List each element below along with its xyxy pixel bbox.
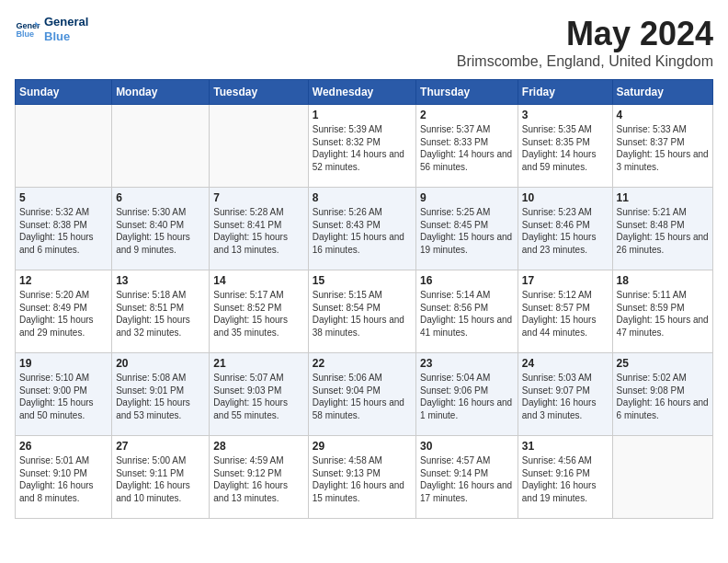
day-info: Sunrise: 5:00 AM Sunset: 9:11 PM Dayligh… — [116, 454, 205, 504]
day-number: 3 — [522, 109, 609, 121]
calendar-cell — [112, 105, 210, 188]
day-number: 17 — [522, 274, 609, 287]
col-header-thursday: Thursday — [416, 80, 518, 105]
day-info: Sunrise: 5:01 AM Sunset: 9:10 PM Dayligh… — [19, 454, 108, 504]
calendar-cell: 17Sunrise: 5:12 AM Sunset: 8:57 PM Dayli… — [518, 270, 612, 353]
day-number: 7 — [213, 191, 303, 204]
logo: General Blue General Blue — [15, 15, 88, 43]
header-row: SundayMondayTuesdayWednesdayThursdayFrid… — [16, 80, 713, 105]
logo-line1: General — [44, 15, 88, 29]
day-number: 18 — [617, 274, 709, 287]
day-number: 8 — [313, 191, 412, 204]
main-title: May 2024 — [457, 15, 713, 53]
week-row-5: 26Sunrise: 5:01 AM Sunset: 9:10 PM Dayli… — [16, 436, 713, 519]
calendar-cell: 8Sunrise: 5:26 AM Sunset: 8:43 PM Daylig… — [308, 188, 415, 270]
calendar-cell: 27Sunrise: 5:00 AM Sunset: 9:11 PM Dayli… — [112, 436, 210, 519]
col-header-sunday: Sunday — [16, 80, 112, 105]
day-info: Sunrise: 5:17 AM Sunset: 8:52 PM Dayligh… — [213, 289, 303, 339]
day-info: Sunrise: 5:39 AM Sunset: 8:32 PM Dayligh… — [313, 123, 412, 173]
calendar-cell: 19Sunrise: 5:10 AM Sunset: 9:00 PM Dayli… — [16, 353, 112, 436]
calendar-cell: 2Sunrise: 5:37 AM Sunset: 8:33 PM Daylig… — [416, 105, 518, 188]
day-number: 14 — [213, 274, 303, 287]
calendar-table: SundayMondayTuesdayWednesdayThursdayFrid… — [15, 79, 713, 519]
day-number: 9 — [420, 191, 514, 204]
calendar-cell — [16, 105, 112, 188]
calendar-cell: 21Sunrise: 5:07 AM Sunset: 9:03 PM Dayli… — [210, 353, 308, 436]
day-info: Sunrise: 5:14 AM Sunset: 8:56 PM Dayligh… — [420, 289, 514, 339]
svg-text:General: General — [16, 20, 40, 29]
day-info: Sunrise: 5:04 AM Sunset: 9:06 PM Dayligh… — [420, 372, 514, 421]
logo-icon: General Blue — [15, 17, 40, 42]
week-row-1: 1Sunrise: 5:39 AM Sunset: 8:32 PM Daylig… — [16, 105, 713, 188]
day-info: Sunrise: 5:12 AM Sunset: 8:57 PM Dayligh… — [522, 289, 609, 339]
day-number: 6 — [116, 191, 205, 204]
week-row-2: 5Sunrise: 5:32 AM Sunset: 8:38 PM Daylig… — [16, 188, 713, 270]
day-info: Sunrise: 5:08 AM Sunset: 9:01 PM Dayligh… — [116, 372, 205, 421]
calendar-cell: 26Sunrise: 5:01 AM Sunset: 9:10 PM Dayli… — [16, 436, 112, 519]
day-info: Sunrise: 5:20 AM Sunset: 8:49 PM Dayligh… — [19, 289, 108, 339]
day-number: 13 — [116, 274, 205, 287]
day-number: 15 — [313, 274, 412, 287]
calendar-cell: 9Sunrise: 5:25 AM Sunset: 8:45 PM Daylig… — [416, 188, 518, 270]
calendar-cell: 16Sunrise: 5:14 AM Sunset: 8:56 PM Dayli… — [416, 270, 518, 353]
calendar-cell: 5Sunrise: 5:32 AM Sunset: 8:38 PM Daylig… — [16, 188, 112, 270]
calendar-cell: 11Sunrise: 5:21 AM Sunset: 8:48 PM Dayli… — [612, 188, 712, 270]
day-number: 22 — [313, 357, 412, 370]
day-number: 23 — [420, 357, 514, 370]
day-info: Sunrise: 4:57 AM Sunset: 9:14 PM Dayligh… — [420, 454, 514, 504]
day-info: Sunrise: 5:28 AM Sunset: 8:41 PM Dayligh… — [213, 206, 303, 256]
day-info: Sunrise: 5:37 AM Sunset: 8:33 PM Dayligh… — [420, 123, 514, 173]
calendar-cell: 31Sunrise: 4:56 AM Sunset: 9:16 PM Dayli… — [518, 436, 612, 519]
day-number: 27 — [116, 440, 205, 453]
day-number: 29 — [313, 440, 412, 453]
calendar-cell: 13Sunrise: 5:18 AM Sunset: 8:51 PM Dayli… — [112, 270, 210, 353]
day-number: 2 — [420, 109, 514, 121]
week-row-3: 12Sunrise: 5:20 AM Sunset: 8:49 PM Dayli… — [16, 270, 713, 353]
title-area: May 2024 Brimscombe, England, United Kin… — [457, 15, 713, 70]
day-number: 24 — [522, 357, 609, 370]
col-header-friday: Friday — [518, 80, 612, 105]
day-info: Sunrise: 5:30 AM Sunset: 8:40 PM Dayligh… — [116, 206, 205, 256]
calendar-cell: 14Sunrise: 5:17 AM Sunset: 8:52 PM Dayli… — [210, 270, 308, 353]
day-number: 11 — [617, 191, 709, 204]
calendar-cell: 12Sunrise: 5:20 AM Sunset: 8:49 PM Dayli… — [16, 270, 112, 353]
header: General Blue General Blue May 2024 Brims… — [15, 15, 713, 70]
day-number: 25 — [617, 357, 709, 370]
calendar-cell: 30Sunrise: 4:57 AM Sunset: 9:14 PM Dayli… — [416, 436, 518, 519]
day-info: Sunrise: 4:59 AM Sunset: 9:12 PM Dayligh… — [213, 454, 303, 504]
day-info: Sunrise: 4:56 AM Sunset: 9:16 PM Dayligh… — [522, 454, 609, 504]
day-number: 10 — [522, 191, 609, 204]
day-number: 31 — [522, 440, 609, 453]
day-number: 19 — [19, 357, 108, 370]
day-info: Sunrise: 5:06 AM Sunset: 9:04 PM Dayligh… — [313, 372, 412, 421]
day-number: 28 — [213, 440, 303, 453]
calendar-cell — [210, 105, 308, 188]
calendar-cell — [612, 436, 712, 519]
col-header-wednesday: Wednesday — [308, 80, 415, 105]
day-number: 16 — [420, 274, 514, 287]
day-number: 30 — [420, 440, 514, 453]
calendar-cell: 15Sunrise: 5:15 AM Sunset: 8:54 PM Dayli… — [308, 270, 415, 353]
day-info: Sunrise: 5:18 AM Sunset: 8:51 PM Dayligh… — [116, 289, 205, 339]
calendar-cell: 1Sunrise: 5:39 AM Sunset: 8:32 PM Daylig… — [308, 105, 415, 188]
col-header-tuesday: Tuesday — [210, 80, 308, 105]
calendar-cell: 24Sunrise: 5:03 AM Sunset: 9:07 PM Dayli… — [518, 353, 612, 436]
day-number: 12 — [19, 274, 108, 287]
day-info: Sunrise: 5:10 AM Sunset: 9:00 PM Dayligh… — [19, 372, 108, 421]
calendar-cell: 7Sunrise: 5:28 AM Sunset: 8:41 PM Daylig… — [210, 188, 308, 270]
subtitle: Brimscombe, England, United Kingdom — [457, 53, 713, 70]
calendar-cell: 22Sunrise: 5:06 AM Sunset: 9:04 PM Dayli… — [308, 353, 415, 436]
day-info: Sunrise: 5:32 AM Sunset: 8:38 PM Dayligh… — [19, 206, 108, 256]
calendar-cell: 23Sunrise: 5:04 AM Sunset: 9:06 PM Dayli… — [416, 353, 518, 436]
day-info: Sunrise: 4:58 AM Sunset: 9:13 PM Dayligh… — [313, 454, 412, 504]
day-number: 20 — [116, 357, 205, 370]
day-info: Sunrise: 5:23 AM Sunset: 8:46 PM Dayligh… — [522, 206, 609, 256]
calendar-cell: 29Sunrise: 4:58 AM Sunset: 9:13 PM Dayli… — [308, 436, 415, 519]
day-number: 26 — [19, 440, 108, 453]
day-info: Sunrise: 5:02 AM Sunset: 9:08 PM Dayligh… — [617, 372, 709, 421]
calendar-cell: 20Sunrise: 5:08 AM Sunset: 9:01 PM Dayli… — [112, 353, 210, 436]
week-row-4: 19Sunrise: 5:10 AM Sunset: 9:00 PM Dayli… — [16, 353, 713, 436]
day-info: Sunrise: 5:07 AM Sunset: 9:03 PM Dayligh… — [213, 372, 303, 421]
day-info: Sunrise: 5:25 AM Sunset: 8:45 PM Dayligh… — [420, 206, 514, 256]
day-info: Sunrise: 5:15 AM Sunset: 8:54 PM Dayligh… — [313, 289, 412, 339]
